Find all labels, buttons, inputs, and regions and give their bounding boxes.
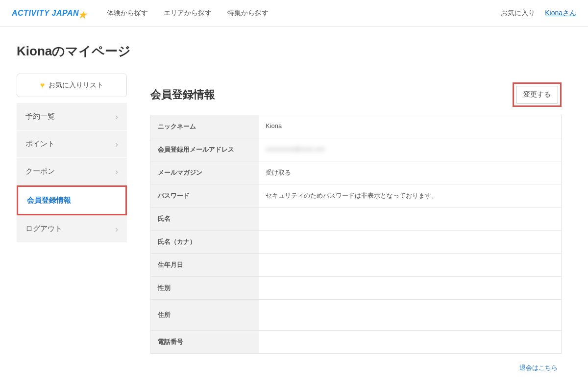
favorite-list-button[interactable]: ♥ お気に入りリスト [17,74,127,97]
row-value-phone [259,331,561,353]
chevron-right-icon: › [115,140,118,149]
change-button-highlight: 変更する [513,82,562,107]
account-info-table: ニックネーム Kiona 会員登録用メールアドレス xxxxxxxxx@xxxx… [150,115,562,354]
sidebar-item-label: ポイント [25,139,55,149]
row-value-password: セキュリティのためパスワードは非表示となっております。 [259,184,561,207]
table-row: パスワード セキュリティのためパスワードは非表示となっております。 [151,184,561,207]
nav-search-by-area[interactable]: エリアから探す [164,9,212,18]
sidebar-item-account-info[interactable]: 会員登録情報 [17,185,127,215]
page-title: Kionaのマイページ [17,43,571,60]
favorite-list-label: お気に入りリスト [49,81,103,90]
row-label-birthdate: 生年月日 [151,254,259,276]
favorites-link[interactable]: お気に入り [501,9,535,18]
table-row: 氏名（カナ） [151,231,561,254]
table-row: ニックネーム Kiona [151,115,561,138]
main-content: 会員登録情報 変更する ニックネーム Kiona 会員登録用メールアドレス xx… [141,74,571,388]
heart-icon: ♥ [40,81,45,90]
row-value-birthdate [259,254,561,276]
row-label-address: 住所 [151,300,259,330]
row-value-email: xxxxxxxxx@xxxx.xxx [259,138,561,161]
table-row: 生年月日 [151,254,561,277]
sidebar-item-coupons[interactable]: クーポン › [17,158,127,185]
table-row: メールマガジン 受け取る [151,161,561,184]
row-label-email: 会員登録用メールアドレス [151,138,259,161]
sidebar-item-logout[interactable]: ログアウト › [17,215,127,243]
sidebar: ♥ お気に入りリスト 予約一覧 › ポイント › クーポン › 会員登録情報 ロ… [17,74,127,243]
row-label-phone: 電話番号 [151,331,259,353]
row-value-name [259,207,561,230]
chevron-right-icon: › [115,112,118,121]
table-row: 性別 [151,277,561,300]
table-row: 会員登録用メールアドレス xxxxxxxxx@xxxx.xxx [151,138,561,161]
table-row: 住所 [151,300,561,331]
row-value-address [259,300,561,330]
logo[interactable]: ACTIVITY JAPAN ★ [12,6,87,21]
withdraw-link[interactable]: 退会はこちら [519,364,558,371]
sidebar-item-label: ログアウト [25,224,62,233]
row-label-newsletter: メールマガジン [151,161,259,184]
change-button[interactable]: 変更する [516,86,558,103]
main-nav: 体験から探す エリアから探す 特集から探す [107,9,269,18]
chevron-right-icon: › [115,167,118,176]
user-link[interactable]: Kionaさん [545,9,576,18]
sidebar-item-label: クーポン [25,167,55,176]
row-label-nickname: ニックネーム [151,115,259,138]
row-value-nickname: Kiona [259,115,561,138]
nav-search-by-feature[interactable]: 特集から探す [227,9,269,18]
sidebar-item-reservations[interactable]: 予約一覧 › [17,103,127,130]
logo-text: ACTIVITY JAPAN [12,9,79,18]
row-label-password: パスワード [151,184,259,207]
table-row: 氏名 [151,207,561,231]
nav-search-by-experience[interactable]: 体験から探す [107,9,148,18]
chevron-right-icon: › [115,225,118,233]
row-label-gender: 性別 [151,277,259,299]
table-row: 電話番号 [151,331,561,354]
section-title: 会員登録情報 [150,87,215,102]
row-value-gender [259,277,561,299]
sidebar-item-label: 予約一覧 [25,112,55,121]
row-value-name-kana [259,231,561,253]
row-label-name-kana: 氏名（カナ） [151,231,259,253]
sidebar-item-label: 会員登録情報 [27,196,71,205]
global-header: ACTIVITY JAPAN ★ 体験から探す エリアから探す 特集から探す お… [0,0,588,27]
row-value-newsletter: 受け取る [259,161,561,184]
row-label-name: 氏名 [151,207,259,230]
sidebar-item-points[interactable]: ポイント › [17,130,127,158]
star-icon: ★ [78,9,87,21]
header-right: お気に入り Kionaさん [501,9,576,18]
